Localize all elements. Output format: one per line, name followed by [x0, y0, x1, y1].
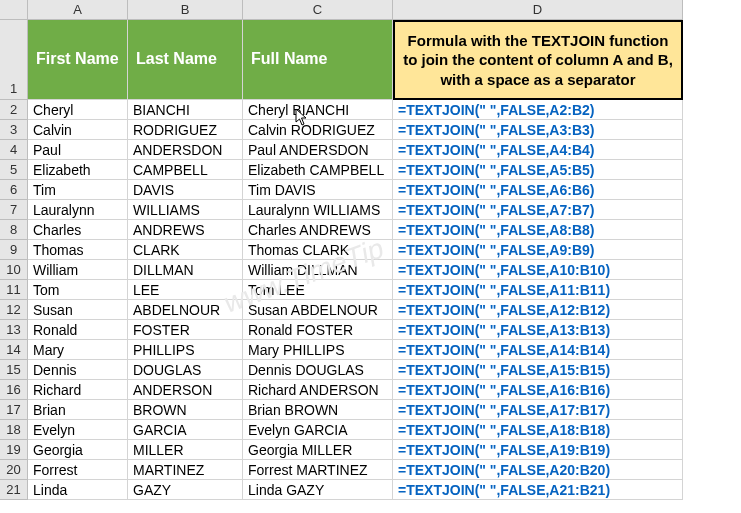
row-header-11[interactable]: 11 [0, 280, 28, 300]
cell-d21[interactable]: =TEXTJOIN(" ",FALSE,A21:B21) [393, 480, 683, 500]
row-header-3[interactable]: 3 [0, 120, 28, 140]
row-header-2[interactable]: 2 [0, 100, 28, 120]
row-header-7[interactable]: 7 [0, 200, 28, 220]
cell-b6[interactable]: DAVIS [128, 180, 243, 200]
header-full-name[interactable]: Full Name [243, 20, 393, 100]
cell-a5[interactable]: Elizabeth [28, 160, 128, 180]
row-header-15[interactable]: 15 [0, 360, 28, 380]
cell-b11[interactable]: LEE [128, 280, 243, 300]
col-header-c[interactable]: C [243, 0, 393, 20]
cell-d20[interactable]: =TEXTJOIN(" ",FALSE,A20:B20) [393, 460, 683, 480]
cell-b8[interactable]: ANDREWS [128, 220, 243, 240]
cell-d19[interactable]: =TEXTJOIN(" ",FALSE,A19:B19) [393, 440, 683, 460]
cell-c15[interactable]: Dennis DOUGLAS [243, 360, 393, 380]
row-header-21[interactable]: 21 [0, 480, 28, 500]
row-header-12[interactable]: 12 [0, 300, 28, 320]
cell-a19[interactable]: Georgia [28, 440, 128, 460]
cell-b13[interactable]: FOSTER [128, 320, 243, 340]
cell-c7[interactable]: Lauralynn WILLIAMS [243, 200, 393, 220]
cell-d2[interactable]: =TEXTJOIN(" ",FALSE,A2:B2) [393, 100, 683, 120]
cell-a11[interactable]: Tom [28, 280, 128, 300]
cell-a8[interactable]: Charles [28, 220, 128, 240]
row-header-14[interactable]: 14 [0, 340, 28, 360]
cell-c13[interactable]: Ronald FOSTER [243, 320, 393, 340]
row-header-4[interactable]: 4 [0, 140, 28, 160]
cell-b21[interactable]: GAZY [128, 480, 243, 500]
cell-c9[interactable]: Thomas CLARK [243, 240, 393, 260]
cell-a3[interactable]: Calvin [28, 120, 128, 140]
row-header-13[interactable]: 13 [0, 320, 28, 340]
cell-d9[interactable]: =TEXTJOIN(" ",FALSE,A9:B9) [393, 240, 683, 260]
cell-d15[interactable]: =TEXTJOIN(" ",FALSE,A15:B15) [393, 360, 683, 380]
cell-c21[interactable]: Linda GAZY [243, 480, 393, 500]
col-header-b[interactable]: B [128, 0, 243, 20]
header-formula-description[interactable]: Formula with the TEXTJOIN function to jo… [393, 20, 683, 100]
cell-b2[interactable]: BIANCHI [128, 100, 243, 120]
cell-c19[interactable]: Georgia MILLER [243, 440, 393, 460]
cell-a6[interactable]: Tim [28, 180, 128, 200]
cell-b3[interactable]: RODRIGUEZ [128, 120, 243, 140]
cell-c6[interactable]: Tim DAVIS [243, 180, 393, 200]
cell-d4[interactable]: =TEXTJOIN(" ",FALSE,A4:B4) [393, 140, 683, 160]
cell-d16[interactable]: =TEXTJOIN(" ",FALSE,A16:B16) [393, 380, 683, 400]
cell-a10[interactable]: William [28, 260, 128, 280]
cell-a18[interactable]: Evelyn [28, 420, 128, 440]
cell-a7[interactable]: Lauralynn [28, 200, 128, 220]
row-header-10[interactable]: 10 [0, 260, 28, 280]
header-last-name[interactable]: Last Name [128, 20, 243, 100]
row-header-18[interactable]: 18 [0, 420, 28, 440]
cell-c14[interactable]: Mary PHILLIPS [243, 340, 393, 360]
cell-b9[interactable]: CLARK [128, 240, 243, 260]
cell-d18[interactable]: =TEXTJOIN(" ",FALSE,A18:B18) [393, 420, 683, 440]
spreadsheet-grid[interactable]: A B C D 1 First Name Last Name Full Name… [0, 0, 741, 500]
cell-b16[interactable]: ANDERSON [128, 380, 243, 400]
row-header-17[interactable]: 17 [0, 400, 28, 420]
cell-c2[interactable]: Cheryl BIANCHI [243, 100, 393, 120]
cell-b5[interactable]: CAMPBELL [128, 160, 243, 180]
cell-d12[interactable]: =TEXTJOIN(" ",FALSE,A12:B12) [393, 300, 683, 320]
select-all-corner[interactable] [0, 0, 28, 20]
cell-b14[interactable]: PHILLIPS [128, 340, 243, 360]
row-header-9[interactable]: 9 [0, 240, 28, 260]
cell-a2[interactable]: Cheryl [28, 100, 128, 120]
cell-a21[interactable]: Linda [28, 480, 128, 500]
row-header-20[interactable]: 20 [0, 460, 28, 480]
cell-c12[interactable]: Susan ABDELNOUR [243, 300, 393, 320]
cell-d5[interactable]: =TEXTJOIN(" ",FALSE,A5:B5) [393, 160, 683, 180]
cell-c10[interactable]: William DILLMAN [243, 260, 393, 280]
cell-c20[interactable]: Forrest MARTINEZ [243, 460, 393, 480]
row-header-19[interactable]: 19 [0, 440, 28, 460]
row-header-1[interactable]: 1 [0, 20, 28, 100]
col-header-a[interactable]: A [28, 0, 128, 20]
cell-a9[interactable]: Thomas [28, 240, 128, 260]
cell-a4[interactable]: Paul [28, 140, 128, 160]
cell-d7[interactable]: =TEXTJOIN(" ",FALSE,A7:B7) [393, 200, 683, 220]
cell-d3[interactable]: =TEXTJOIN(" ",FALSE,A3:B3) [393, 120, 683, 140]
row-header-16[interactable]: 16 [0, 380, 28, 400]
cell-c18[interactable]: Evelyn GARCIA [243, 420, 393, 440]
row-header-8[interactable]: 8 [0, 220, 28, 240]
cell-d14[interactable]: =TEXTJOIN(" ",FALSE,A14:B14) [393, 340, 683, 360]
cell-d17[interactable]: =TEXTJOIN(" ",FALSE,A17:B17) [393, 400, 683, 420]
cell-c3[interactable]: Calvin RODRIGUEZ [243, 120, 393, 140]
cell-d10[interactable]: =TEXTJOIN(" ",FALSE,A10:B10) [393, 260, 683, 280]
cell-b18[interactable]: GARCIA [128, 420, 243, 440]
header-first-name[interactable]: First Name [28, 20, 128, 100]
cell-c11[interactable]: Tom LEE [243, 280, 393, 300]
cell-a20[interactable]: Forrest [28, 460, 128, 480]
cell-d8[interactable]: =TEXTJOIN(" ",FALSE,A8:B8) [393, 220, 683, 240]
cell-c5[interactable]: Elizabeth CAMPBELL [243, 160, 393, 180]
cell-d11[interactable]: =TEXTJOIN(" ",FALSE,A11:B11) [393, 280, 683, 300]
cell-c16[interactable]: Richard ANDERSON [243, 380, 393, 400]
cell-c4[interactable]: Paul ANDERSDON [243, 140, 393, 160]
cell-c17[interactable]: Brian BROWN [243, 400, 393, 420]
cell-d6[interactable]: =TEXTJOIN(" ",FALSE,A6:B6) [393, 180, 683, 200]
cell-b15[interactable]: DOUGLAS [128, 360, 243, 380]
col-header-d[interactable]: D [393, 0, 683, 20]
cell-b19[interactable]: MILLER [128, 440, 243, 460]
cell-a14[interactable]: Mary [28, 340, 128, 360]
cell-a13[interactable]: Ronald [28, 320, 128, 340]
cell-b17[interactable]: BROWN [128, 400, 243, 420]
cell-b20[interactable]: MARTINEZ [128, 460, 243, 480]
cell-b10[interactable]: DILLMAN [128, 260, 243, 280]
